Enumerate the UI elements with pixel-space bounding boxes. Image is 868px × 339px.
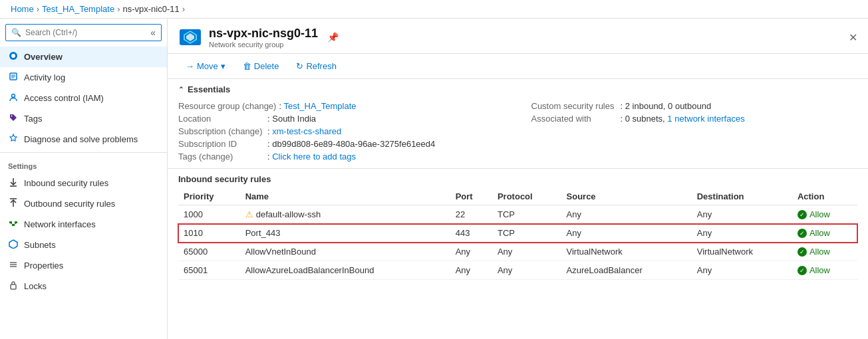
table-row[interactable]: 1010 Port_443 443 TCP Any Any ✓ Allow [178, 224, 857, 243]
subscription-link[interactable]: xm-test-cs-shared [272, 126, 341, 136]
sidebar-item-locks[interactable]: Locks [0, 276, 167, 296]
col-port: Port [450, 188, 492, 205]
essentials-label-associated: Associated with [531, 114, 618, 124]
allow-badge: ✓ Allow [797, 247, 852, 257]
cell-destination: Any [692, 224, 792, 243]
outbound-rules-icon [8, 198, 19, 209]
subnets-icon [8, 239, 19, 251]
breadcrumb-template[interactable]: Test_HA_Template [42, 4, 114, 14]
resource-title-group: ns-vpx-nic-nsg0-11 Network security grou… [209, 27, 318, 49]
sidebar-item-subnets[interactable]: Subnets [0, 235, 167, 255]
collapse-icon[interactable]: « [150, 27, 156, 38]
essentials-collapse-icon[interactable]: ⌃ [178, 86, 184, 93]
svg-rect-12 [9, 221, 12, 223]
sidebar-item-inbound-rules[interactable]: Inbound security rules [0, 173, 167, 193]
cell-name: AllowAzureLoadBalancerInBound [240, 261, 450, 280]
allow-label: Allow [809, 209, 830, 219]
sidebar-item-network-interfaces[interactable]: Network interfaces [0, 214, 167, 235]
cell-port: Any [450, 261, 492, 280]
table-row[interactable]: 65001 AllowAzureLoadBalancerInBound Any … [178, 261, 857, 280]
network-interfaces-link[interactable]: 1 network interfaces [667, 114, 744, 124]
activity-log-icon [8, 72, 19, 83]
cell-priority: 65001 [178, 261, 240, 280]
table-header-row: Priority Name Port Protocol Source Desti… [178, 188, 857, 205]
table-row[interactable]: 1000 ⚠default-allow-ssh 22 TCP Any Any ✓… [178, 205, 857, 224]
cell-port: 22 [450, 205, 492, 224]
diagnose-icon [8, 134, 19, 145]
col-name: Name [240, 188, 450, 205]
sidebar-item-activity-log[interactable]: Activity log [0, 67, 167, 88]
sidebar-item-properties[interactable]: Properties [0, 255, 167, 276]
sidebar-item-label: Properties [24, 261, 63, 271]
inbound-rules-title: Inbound security rules [178, 174, 857, 184]
sidebar-item-label: Activity log [24, 72, 65, 82]
sidebar-item-label: Inbound security rules [24, 178, 108, 188]
refresh-icon: ↻ [296, 61, 303, 71]
move-chevron-icon: ▾ [221, 61, 225, 71]
table-row[interactable]: 65000 AllowVnetInBound Any Any VirtualNe… [178, 243, 857, 261]
essentials-left: Resource group (change) : Test_HA_Templa… [178, 100, 505, 163]
essentials-value-subscription: : xm-test-cs-shared [267, 126, 341, 136]
search-input[interactable] [25, 28, 146, 37]
cell-name: Port_443 [240, 224, 450, 243]
cell-destination: VirtualNetwork [692, 243, 792, 261]
essentials-title: Essentials [188, 84, 230, 94]
cell-action: ✓ Allow [792, 224, 857, 243]
sidebar: 🔍 « Overview Activity log Access control… [0, 19, 168, 339]
svg-rect-13 [15, 221, 17, 223]
col-priority: Priority [178, 188, 240, 205]
sidebar-item-outbound-rules[interactable]: Outbound security rules [0, 193, 167, 214]
col-protocol: Protocol [492, 188, 561, 205]
col-destination: Destination [692, 188, 792, 205]
sidebar-item-overview[interactable]: Overview [0, 47, 167, 67]
essentials-value-location: : South India [267, 114, 316, 124]
cell-priority: 65000 [178, 243, 240, 261]
cell-protocol: Any [492, 261, 561, 280]
sidebar-item-label: Overview [24, 52, 63, 62]
cell-name: AllowVnetInBound [240, 243, 450, 261]
svg-point-7 [11, 116, 13, 117]
essentials-value-rg: : Test_HA_Template [279, 101, 356, 111]
locks-icon [8, 281, 19, 292]
resource-title: ns-vpx-nic-nsg0-11 [209, 27, 318, 41]
close-icon[interactable]: ✕ [849, 31, 857, 44]
cell-destination: Any [692, 261, 792, 280]
rg-link[interactable]: Test_HA_Template [283, 101, 356, 111]
search-box[interactable]: 🔍 « [5, 24, 162, 41]
sidebar-item-label: Outbound security rules [24, 199, 115, 209]
cell-source: Any [561, 224, 692, 243]
essentials-label-sub-id: Subscription ID [178, 139, 265, 149]
cell-protocol: TCP [492, 205, 561, 224]
cell-source: Any [561, 205, 692, 224]
pin-icon[interactable]: 📌 [327, 32, 339, 43]
essentials-value-custom-rules: : 2 inbound, 0 outbound [621, 101, 712, 111]
sidebar-item-diagnose[interactable]: Diagnose and solve problems [0, 129, 167, 150]
essentials-section: ⌃ Essentials Resource group (change) : T… [168, 79, 868, 169]
sidebar-item-tags[interactable]: Tags [0, 108, 167, 129]
move-button[interactable]: → Move ▾ [178, 58, 233, 74]
refresh-button[interactable]: ↻ Refresh [289, 58, 344, 74]
tags-link[interactable]: Click here to add tags [272, 152, 356, 162]
essentials-row-custom-rules: Custom security rules : 2 inbound, 0 out… [531, 100, 858, 112]
table-area: Inbound security rules Priority Name Por… [168, 169, 868, 339]
sidebar-item-label: Tags [24, 114, 42, 124]
allow-check-icon: ✓ [797, 247, 807, 257]
toolbar: → Move ▾ 🗑 Delete ↻ Refresh [168, 54, 868, 79]
allow-check-icon: ✓ [797, 229, 807, 238]
svg-rect-21 [11, 284, 16, 289]
cell-priority: 1000 [178, 205, 240, 224]
allow-badge: ✓ Allow [797, 265, 852, 275]
main-content: ns-vpx-nic-nsg0-11 Network security grou… [168, 19, 868, 339]
cell-port: Any [450, 243, 492, 261]
cell-name: ⚠default-allow-ssh [240, 205, 450, 224]
delete-button[interactable]: 🗑 Delete [235, 58, 287, 74]
allow-badge: ✓ Allow [797, 209, 852, 219]
breadcrumb-home[interactable]: Home [11, 4, 34, 14]
access-control-icon [8, 92, 19, 104]
sidebar-item-access-control[interactable]: Access control (IAM) [0, 88, 167, 108]
essentials-value-sub-id: : db99d808-6e89-480a-96ae-3275fe61eed4 [267, 139, 435, 149]
allow-label: Allow [809, 247, 830, 257]
svg-marker-17 [9, 240, 17, 249]
svg-point-1 [11, 54, 15, 58]
breadcrumb: Home › Test_HA_Template › ns-vpx-nic0-11… [0, 0, 868, 19]
